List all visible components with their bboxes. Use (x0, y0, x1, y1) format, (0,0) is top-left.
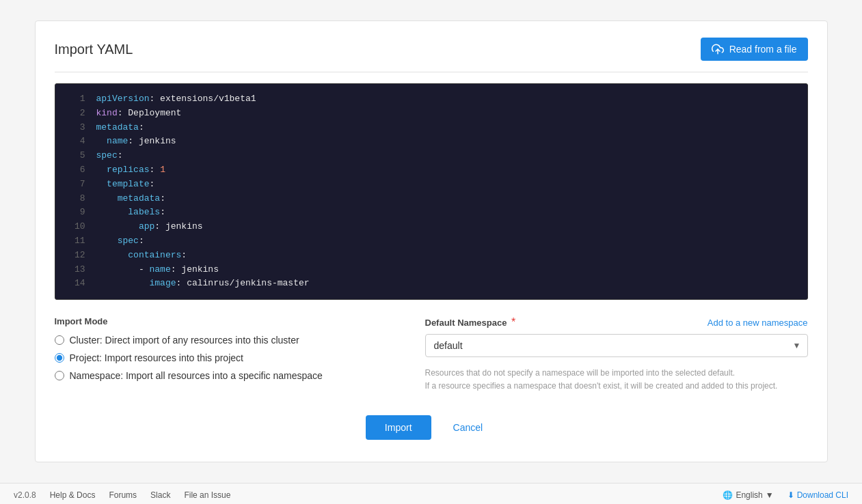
code-line: 7 template: (55, 178, 807, 192)
line-number: 5 (66, 149, 85, 163)
line-number: 9 (66, 206, 85, 220)
radio-namespace[interactable]: Namespace: Import all resources into a s… (55, 370, 398, 381)
radio-label-project: Project: Import resources into this proj… (70, 352, 243, 363)
code-line: 9 labels: (55, 206, 807, 220)
line-number: 7 (66, 178, 85, 192)
page-title: Import YAML (55, 42, 133, 57)
footer: v2.0.8 Help & Docs Forums Slack File an … (0, 483, 862, 504)
radio-label-cluster: Cluster: Direct import of any resources … (70, 335, 299, 346)
line-number: 13 (66, 263, 85, 277)
read-file-button[interactable]: Read from a file (701, 38, 808, 61)
code-line: 1apiVersion: extensions/v1beta1 (55, 92, 807, 107)
hint-line2: If a resource specifies a namespace that… (425, 380, 808, 393)
version-label: v2.0.8 (14, 490, 36, 500)
language-selector[interactable]: 🌐 English ▼ (723, 490, 773, 500)
line-number: 12 (66, 249, 85, 263)
globe-icon: 🌐 (723, 490, 733, 500)
radio-input-project[interactable] (55, 353, 64, 363)
radio-input-cluster[interactable] (55, 335, 64, 345)
import-button[interactable]: Import (366, 415, 431, 440)
footer-help-link[interactable]: Help & Docs (50, 490, 96, 500)
read-file-label: Read from a file (729, 44, 797, 55)
code-line: 12 containers: (55, 249, 807, 263)
line-number: 8 (66, 192, 85, 206)
radio-project[interactable]: Project: Import resources into this proj… (55, 352, 398, 363)
upload-icon (712, 43, 724, 55)
hint-line1: Resources that do not specify a namespac… (425, 367, 808, 380)
line-number: 11 (66, 234, 85, 249)
download-cli-link[interactable]: ⬇ Download CLI (787, 490, 848, 500)
line-number: 3 (66, 121, 85, 135)
code-line: 5spec: (55, 149, 807, 163)
footer-slack-link[interactable]: Slack (150, 490, 170, 500)
code-line: 14 image: calinrus/jenkins-master (55, 277, 807, 291)
code-line: 13 - name: jenkins (55, 263, 807, 277)
line-number: 14 (66, 277, 85, 291)
code-line: 10 app: jenkins (55, 220, 807, 234)
line-number: 4 (66, 135, 85, 149)
radio-cluster[interactable]: Cluster: Direct import of any resources … (55, 335, 398, 346)
code-line: 4 name: jenkins (55, 135, 807, 149)
required-indicator: * (511, 316, 515, 328)
footer-issue-link[interactable]: File an Issue (184, 490, 230, 500)
namespace-label: Default Namespace (425, 318, 507, 328)
lang-chevron-icon: ▼ (766, 490, 774, 500)
namespace-select[interactable]: defaultkube-systemkube-public (425, 334, 808, 357)
download-label: Download CLI (797, 490, 848, 500)
cancel-button[interactable]: Cancel (440, 415, 497, 440)
download-icon: ⬇ (787, 490, 794, 500)
code-line: 6 replicas: 1 (55, 163, 807, 178)
import-mode-label: Import Mode (55, 316, 398, 326)
code-line: 3metadata: (55, 121, 807, 135)
language-label: English (736, 490, 762, 500)
add-namespace-link[interactable]: Add to a new namespace (708, 318, 808, 328)
radio-label-namespace: Namespace: Import all resources into a s… (70, 370, 323, 381)
line-number: 10 (66, 220, 85, 234)
radio-input-namespace[interactable] (55, 371, 64, 380)
line-number: 2 (66, 107, 85, 121)
import-mode-group: Cluster: Direct import of any resources … (55, 335, 398, 381)
line-number: 1 (66, 92, 85, 107)
code-line: 11 spec: (55, 234, 807, 249)
yaml-editor[interactable]: 1apiVersion: extensions/v1beta12kind: De… (55, 83, 808, 300)
code-line: 2kind: Deployment (55, 107, 807, 121)
line-number: 6 (66, 163, 85, 178)
code-line: 8 metadata: (55, 192, 807, 206)
footer-forums-link[interactable]: Forums (109, 490, 137, 500)
